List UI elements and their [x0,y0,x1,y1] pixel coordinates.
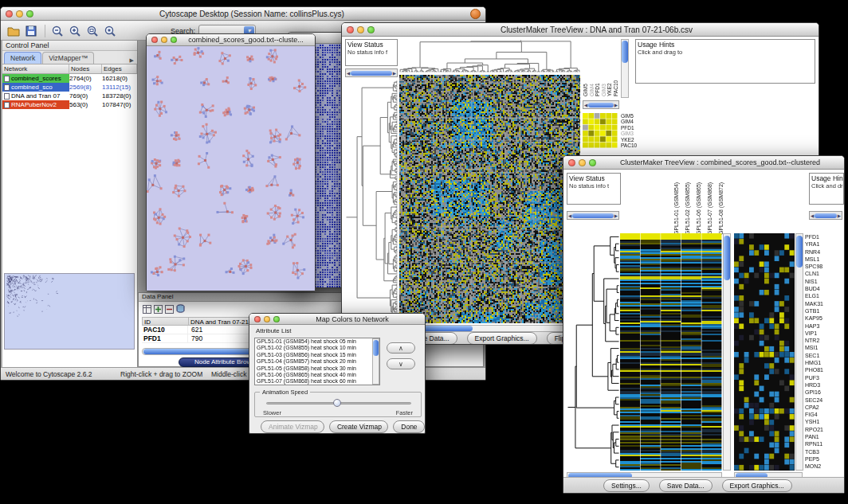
network-overview-canvas[interactable] [5,274,134,349]
array-dendrogram-canvas[interactable] [399,39,580,72]
scrollbar-thumb[interactable] [572,213,614,218]
list-vscrollbar[interactable] [372,338,379,385]
tab-overflow-icon[interactable]: ▶ [127,57,137,64]
window-controls[interactable] [151,37,177,43]
gene-label[interactable]: MSI1 [805,344,823,351]
network-view-canvas[interactable] [147,46,315,291]
gene-label[interactable]: PFD1 [805,233,823,240]
gene-label[interactable]: PAN1 [805,433,823,440]
speed-slider-thumb[interactable] [333,399,341,407]
gene-label[interactable]: TCB3 [805,448,823,455]
gene-label[interactable]: HRD3 [805,381,823,389]
gene-label[interactable]: GTB1 [805,307,823,315]
treeview-button[interactable]: Settings... [603,479,650,492]
scroll-right-icon[interactable]: ▶ [614,213,618,218]
control-panel-tab[interactable]: VizMapper™ [42,52,94,64]
create-vizmap-button[interactable]: Create Vizmap [329,420,388,433]
scrollbar-thumb[interactable] [588,103,614,107]
network-row[interactable]: RNAPuberNov2 563(0) 107847(0) [2,100,137,109]
treeview-button[interactable]: Save Data... [659,479,713,492]
tree-nav-scrollbar[interactable]: ◀ ▶ [567,211,619,220]
gene-label[interactable]: RPN11 [805,440,823,447]
attribute-column-header[interactable]: ID [143,318,189,325]
matrix-nav-scrollbar[interactable]: ◀ ▶ [583,100,619,109]
zoom-out-icon[interactable] [49,23,65,38]
treeview-button[interactable]: Export Graphics... [722,479,792,492]
scrollbar-thumb[interactable] [815,213,837,218]
attribute-item[interactable]: GPL51-04 (GSM857) heat shock 20 min [255,358,379,365]
gene-label[interactable]: GPI16 [805,389,823,396]
zoom-selected-icon[interactable] [102,23,118,38]
scroll-left-icon[interactable]: ◀ [811,213,814,218]
heatmap-vscrollbar[interactable] [723,233,731,471]
scroll-right-icon[interactable]: ▶ [838,213,841,218]
gene-label[interactable]: HAP3 [805,322,823,330]
scrollbar-thumb[interactable] [796,236,803,268]
delete-attribute-icon[interactable] [164,304,174,314]
create-attribute-icon[interactable] [153,304,163,314]
save-icon[interactable] [23,23,39,38]
gene-label[interactable]: HMG1 [805,359,823,366]
network-view-titlebar[interactable]: combined_scores_good.txt--cluste... [147,34,315,46]
gene-dendrogram-canvas[interactable] [567,233,619,471]
gene-label[interactable]: MAK31 [805,300,823,307]
scrollbar-thumb[interactable] [622,41,628,63]
treeview-button[interactable]: Export Graphics... [467,332,537,345]
labels-nav-scrollbar[interactable]: ◀ ▶ [809,211,842,220]
expression-heatmap-canvas[interactable] [620,233,722,471]
dialog-titlebar[interactable]: Map Colors to Network [249,314,425,325]
gene-label[interactable]: PUF3 [805,374,823,381]
gene-label[interactable]: NTR2 [805,337,823,344]
attribute-item[interactable]: GPL51-02 (GSM855) heat shock 10 min [255,345,379,351]
gene-dendrogram-canvas[interactable] [345,80,398,323]
gene-label[interactable]: NIS1 [805,278,823,285]
gene-label[interactable]: BUD4 [805,285,823,292]
gene-label[interactable]: SEC24 [805,397,823,404]
gene-label[interactable]: ELG1 [805,292,823,299]
network-row[interactable]: DNA and Tran 07 769(0) 183728(0) [2,92,137,100]
treeview-dna-titlebar[interactable]: ClusterMaker TreeView : DNA and Tran 07-… [342,23,819,37]
attribute-item[interactable]: GPL51-03 (GSM856) heat shock 15 min [255,352,379,358]
window-controls[interactable] [254,316,280,322]
gene-label[interactable]: CLN1 [805,270,823,277]
expression-heatmap-canvas[interactable] [399,75,580,323]
network-column-header[interactable]: Nodes [69,64,102,73]
attribute-db-icon[interactable] [175,304,185,314]
scroll-left-icon[interactable]: ◀ [568,213,571,218]
window-controls[interactable] [568,159,596,166]
gene-label[interactable]: FIG4 [805,411,823,418]
attribute-item[interactable]: GPL51-01 (GSM854) heat shock 05 min [255,338,379,345]
open-folder-icon[interactable] [6,23,22,38]
gene-label[interactable]: SEC1 [805,352,823,359]
attribute-item[interactable]: GPL51-07 (GSM868) heat shock 60 min [255,378,379,385]
secondary-heatmap-canvas[interactable] [734,233,795,471]
network-column-header[interactable]: Edges [102,64,137,73]
gene-label[interactable]: VIP1 [805,330,823,337]
gene-label[interactable]: YSH1 [805,418,823,425]
scroll-right-icon[interactable]: ▶ [393,71,396,76]
scrollbar-thumb[interactable] [351,71,392,76]
tree-nav-scrollbar[interactable]: ◀ ▶ [345,68,398,77]
attribute-item[interactable]: GPL51-06 (GSM865) heat shock 40 min [255,372,379,378]
gene-label[interactable]: RPO21 [805,426,823,433]
gene-label[interactable]: MSL1 [805,256,823,263]
control-panel-tab[interactable]: Network [4,52,41,64]
select-attributes-icon[interactable] [142,304,151,314]
network-column-header[interactable]: Network [2,64,69,73]
gene-label[interactable]: CPA2 [805,404,823,411]
gene-label[interactable]: PHO81 [805,366,823,373]
done-button[interactable]: Done [393,420,425,433]
window-controls[interactable] [347,26,375,33]
gene-label[interactable]: MON2 [805,463,823,470]
labels-vscrollbar[interactable] [621,39,629,98]
zoom-fit-icon[interactable] [84,23,100,38]
move-up-button[interactable]: ∧ [387,342,415,354]
scrollbar-thumb[interactable] [724,236,730,280]
gene-label[interactable]: KAP95 [805,315,823,322]
network-row[interactable]: combined_scores 2764(0) 16218(0) [2,74,137,83]
gene-label[interactable]: RNR4 [805,248,823,256]
scrollbar-thumb[interactable] [373,340,379,356]
main-titlebar[interactable]: Cytoscape Desktop (Session Name: collins… [1,7,485,21]
zoom-in-icon[interactable] [67,23,83,38]
scroll-left-icon[interactable]: ◀ [347,71,350,76]
